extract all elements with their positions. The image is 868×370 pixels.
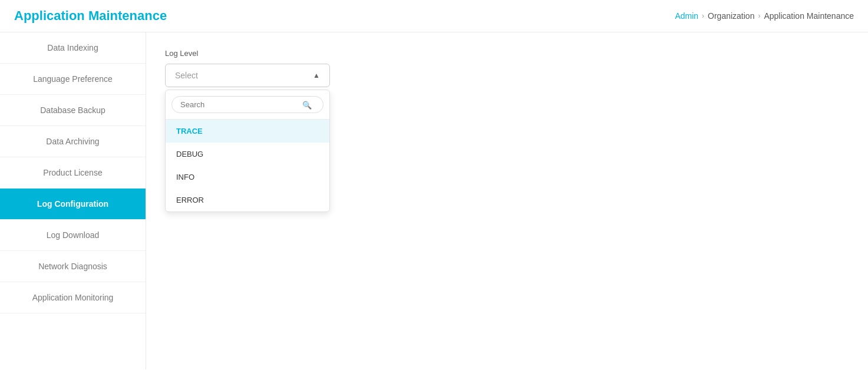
select-placeholder: Select [175, 71, 198, 80]
breadcrumb-admin[interactable]: Admin [675, 11, 698, 21]
sidebar-item-network-diagnosis[interactable]: Network Diagnosis [0, 251, 146, 282]
sidebar-item-log-configuration[interactable]: Log Configuration [0, 189, 146, 220]
layout: Data Indexing Language Preference Databa… [0, 32, 868, 369]
breadcrumb-sep-1: › [702, 12, 704, 20]
dropdown-item-debug[interactable]: DEBUG [166, 143, 329, 166]
search-wrapper: 🔍 [171, 96, 324, 113]
sidebar-item-data-indexing[interactable]: Data Indexing [0, 32, 146, 64]
page-title: Application Maintenance [14, 8, 167, 24]
dropdown-item-trace[interactable]: TRACE [166, 120, 329, 143]
sidebar-item-language-preference[interactable]: Language Preference [0, 64, 146, 95]
sidebar: Data Indexing Language Preference Databa… [0, 32, 146, 369]
main-content: Log Level Select ▲ 🔍 TRACE DE [146, 32, 868, 369]
sidebar-item-application-monitoring[interactable]: Application Monitoring [0, 282, 146, 313]
sidebar-item-data-archiving[interactable]: Data Archiving [0, 126, 146, 157]
dropdown-item-info[interactable]: INFO [166, 166, 329, 189]
log-level-select[interactable]: Select ▲ [165, 64, 330, 87]
breadcrumb-sep-2: › [758, 12, 760, 20]
log-level-dropdown: 🔍 TRACE DEBUG INFO ERROR [165, 90, 330, 212]
log-level-select-wrapper: Select ▲ 🔍 TRACE DEBUG INFO [165, 64, 330, 87]
header: Application Maintenance Admin › Organiza… [0, 0, 868, 32]
breadcrumb-current: Application Maintenance [764, 11, 854, 21]
dropdown-item-error[interactable]: ERROR [166, 189, 329, 212]
log-level-label: Log Level [165, 49, 849, 58]
sidebar-item-database-backup[interactable]: Database Backup [0, 95, 146, 126]
sidebar-item-log-download[interactable]: Log Download [0, 220, 146, 251]
breadcrumb: Admin › Organization › Application Maint… [675, 11, 854, 21]
sidebar-item-product-license[interactable]: Product License [0, 157, 146, 189]
chevron-up-icon: ▲ [313, 71, 320, 80]
search-input[interactable] [171, 96, 324, 113]
breadcrumb-org: Organization [708, 11, 754, 21]
dropdown-search-container: 🔍 [166, 90, 329, 120]
